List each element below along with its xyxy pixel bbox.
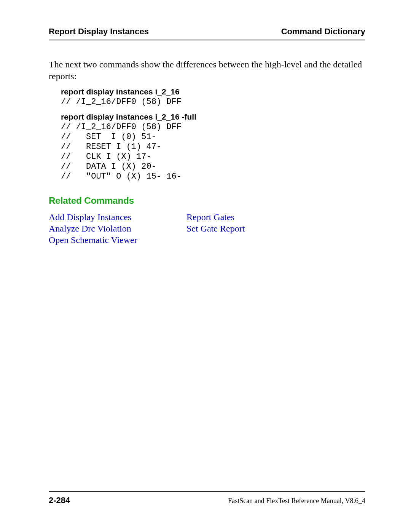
related-commands-table: Add Display Instances Analyze Drc Violat… <box>49 211 365 246</box>
link-add-display-instances[interactable]: Add Display Instances <box>49 211 186 223</box>
related-commands-heading: Related Commands <box>49 195 365 206</box>
manual-title: FastScan and FlexTest Reference Manual, … <box>228 497 365 505</box>
related-col-left: Add Display Instances Analyze Drc Violat… <box>49 211 186 246</box>
page: Report Display Instances Command Diction… <box>0 0 411 532</box>
command-heading-2: report display instances i_2_16 -full <box>61 112 365 121</box>
header-right: Command Dictionary <box>281 27 365 37</box>
page-number: 2-284 <box>49 495 70 505</box>
link-analyze-drc-violation[interactable]: Analyze Drc Violation <box>49 223 186 234</box>
page-footer: 2-284 FastScan and FlexTest Reference Ma… <box>49 491 365 505</box>
intro-paragraph: The next two commands show the differenc… <box>49 59 365 82</box>
link-open-schematic-viewer[interactable]: Open Schematic Viewer <box>49 234 186 246</box>
related-col-right: Report Gates Set Gate Report <box>186 211 365 246</box>
page-header: Report Display Instances Command Diction… <box>49 27 365 40</box>
code-output-2: // /I_2_16/DFF0 (58) DFF // SET I (0) 51… <box>61 122 365 182</box>
link-report-gates[interactable]: Report Gates <box>186 211 365 223</box>
link-set-gate-report[interactable]: Set Gate Report <box>186 223 365 234</box>
code-output-1: // /I_2_16/DFF0 (58) DFF <box>61 97 365 107</box>
header-left: Report Display Instances <box>49 27 149 37</box>
command-heading-1: report display instances i_2_16 <box>61 87 365 96</box>
